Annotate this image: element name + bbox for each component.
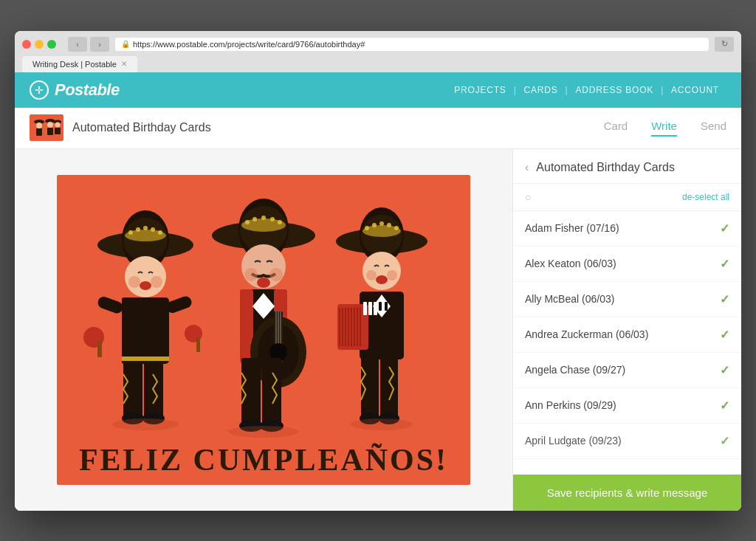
svg-point-15	[128, 230, 133, 235]
svg-rect-28	[123, 358, 142, 417]
logo-text[interactable]: Postable	[55, 80, 120, 100]
svg-rect-64	[262, 358, 281, 424]
lock-icon: 🔒	[121, 40, 130, 48]
nav-links: PROJECTS | CARDS | ADDRESS BOOK | ACCOUN…	[447, 85, 726, 95]
svg-rect-93	[374, 302, 377, 315]
svg-rect-35	[97, 341, 102, 357]
check-icon: ✓	[720, 399, 729, 413]
card-svg: FELIZ CUMPLEAÑOS!	[57, 175, 470, 485]
tab-send[interactable]: Send	[701, 120, 726, 137]
logo: ✛ Postable	[30, 80, 120, 100]
svg-rect-83	[339, 308, 340, 346]
browser-window: ‹ › 🔒 https://www.postable.com/projects/…	[15, 31, 741, 511]
svg-rect-91	[363, 302, 367, 315]
svg-text:FELIZ CUMPLEAÑOS!: FELIZ CUMPLEAÑOS!	[79, 443, 448, 477]
recipient-item[interactable]: Angela Chase (09/27) ✓	[513, 353, 741, 388]
sidebar: ‹ Automated Birthday Cards ○ de-select a…	[512, 149, 741, 511]
svg-rect-6	[47, 128, 53, 135]
sidebar-header: ‹ Automated Birthday Cards	[513, 149, 741, 184]
deselect-all-button[interactable]: de-select all	[682, 192, 729, 202]
title-left: Automated Birthday Cards	[30, 114, 211, 141]
svg-point-18	[151, 227, 155, 232]
check-icon: ✓	[720, 363, 729, 377]
svg-rect-90	[360, 308, 361, 346]
svg-point-78	[366, 270, 377, 280]
forward-button[interactable]: ›	[90, 37, 109, 52]
recipient-item[interactable]: April Ludgate (09/23) ✓	[513, 424, 741, 459]
nav-account[interactable]: ACCOUNT	[664, 85, 726, 95]
svg-point-101	[228, 426, 299, 438]
tab-write[interactable]: Write	[651, 120, 677, 137]
check-icon: ✓	[720, 292, 729, 306]
svg-point-74	[387, 223, 391, 227]
recipient-name: Ally McBeal (06/03)	[525, 293, 614, 305]
svg-point-71	[365, 226, 369, 230]
tab-close-icon[interactable]: ✕	[121, 60, 127, 68]
svg-point-22	[128, 276, 140, 288]
nav-projects[interactable]: PROJECTS	[447, 85, 513, 95]
recipient-item[interactable]: Ally McBeal (06/03) ✓	[513, 282, 741, 317]
svg-point-2	[36, 123, 42, 128]
back-button[interactable]: ‹	[68, 37, 87, 52]
search-bar: ○ de-select all	[513, 184, 741, 211]
svg-rect-84	[342, 308, 343, 346]
save-recipients-button[interactable]: Save recipients & write message	[513, 475, 741, 511]
search-icon[interactable]: ○	[525, 191, 531, 203]
svg-point-49	[257, 278, 270, 288]
recipient-item[interactable]: Andrea Zuckerman (06/03) ✓	[513, 317, 741, 353]
svg-rect-86	[348, 308, 349, 346]
svg-point-19	[158, 230, 162, 235]
recipient-item[interactable]: Alex Keaton (06/03) ✓	[513, 247, 741, 282]
svg-point-21	[140, 281, 151, 290]
recipient-name: Angela Chase (09/27)	[525, 364, 625, 376]
recipient-name: Ann Perkins (09/29)	[525, 399, 616, 411]
address-bar[interactable]: 🔒 https://www.postable.com/projects/writ…	[115, 38, 709, 51]
svg-rect-94	[379, 302, 382, 311]
svg-point-46	[270, 217, 275, 221]
check-icon: ✓	[720, 328, 729, 342]
recipient-name: Adam Fisher (07/16)	[525, 222, 619, 234]
logo-icon: ✛	[30, 80, 49, 100]
svg-point-5	[47, 122, 53, 128]
svg-rect-97	[380, 354, 398, 417]
svg-rect-89	[357, 308, 358, 346]
thumbnail-svg	[30, 114, 63, 141]
title-bar: Automated Birthday Cards Card Write Send	[15, 108, 741, 149]
check-icon: ✓	[720, 257, 729, 271]
recipient-item[interactable]: Adam Fisher (07/16) ✓	[513, 211, 741, 247]
minimize-dot[interactable]	[35, 40, 44, 49]
svg-rect-27	[134, 297, 154, 364]
refresh-button[interactable]: ↻	[715, 37, 734, 52]
svg-point-51	[269, 268, 283, 281]
svg-rect-95	[385, 302, 388, 311]
nav-buttons: ‹ ›	[68, 37, 109, 52]
svg-point-76	[362, 252, 401, 290]
nav-cards[interactable]: CARDS	[517, 85, 566, 95]
window-controls	[22, 40, 56, 49]
recipients-list: Adam Fisher (07/16) ✓ Alex Keaton (06/03…	[513, 211, 741, 475]
svg-point-8	[55, 123, 61, 128]
close-dot[interactable]	[22, 40, 31, 49]
tab-card[interactable]: Card	[604, 120, 628, 137]
app-container: ✛ Postable PROJECTS | CARDS | ADDRESS BO…	[15, 72, 741, 511]
nav-address-book[interactable]: ADDRESS BOOK	[568, 85, 662, 95]
back-arrow-icon[interactable]: ‹	[525, 161, 529, 174]
recipient-item[interactable]: Ann Perkins (09/29) ✓	[513, 388, 741, 424]
card-image: FELIZ CUMPLEAÑOS!	[57, 175, 470, 485]
svg-rect-37	[196, 337, 200, 352]
svg-point-45	[261, 216, 266, 220]
maximize-dot[interactable]	[47, 40, 56, 49]
recipient-name: Andrea Zuckerman (06/03)	[525, 328, 648, 340]
svg-point-17	[143, 226, 148, 230]
svg-point-16	[136, 227, 140, 232]
tab-bar: Writing Desk | Postable ✕	[22, 56, 734, 72]
browser-tab-active[interactable]: Writing Desk | Postable ✕	[22, 56, 137, 72]
svg-rect-85	[345, 308, 346, 346]
svg-point-20	[125, 256, 166, 297]
browser-chrome: ‹ › 🔒 https://www.postable.com/projects/…	[15, 31, 741, 72]
check-icon: ✓	[720, 221, 729, 235]
svg-point-50	[244, 268, 258, 281]
svg-point-75	[394, 226, 399, 230]
svg-point-77	[376, 275, 388, 284]
sidebar-title: Automated Birthday Cards	[536, 161, 675, 174]
